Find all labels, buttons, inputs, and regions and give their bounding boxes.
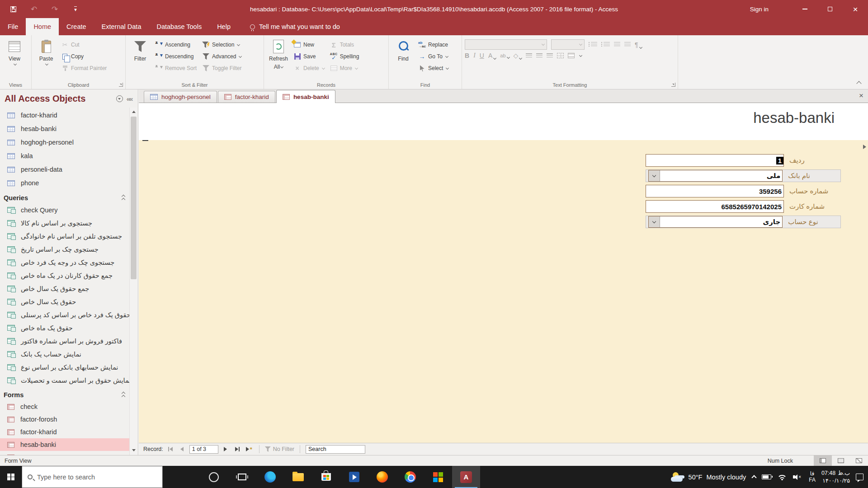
spelling-button[interactable]: ABC✓ Spelling xyxy=(328,51,362,62)
totals-button[interactable]: Σ Totals xyxy=(328,39,362,50)
tab-help[interactable]: Help xyxy=(209,18,238,35)
cortana-button[interactable] xyxy=(200,466,228,488)
tab-file[interactable]: File xyxy=(0,18,26,35)
filter-button[interactable]: Filter xyxy=(128,38,152,64)
font-color-button[interactable]: A xyxy=(488,52,496,59)
refresh-all-button[interactable]: Refresh All xyxy=(267,38,290,72)
combo-dropdown-button[interactable] xyxy=(649,216,660,227)
select-button[interactable]: Select xyxy=(416,63,451,74)
nav-query-item[interactable]: حقوق یک فرد خاص بر اساس کد پرسنلی xyxy=(0,308,129,321)
edge-button[interactable] xyxy=(256,466,284,488)
find-button[interactable]: Find xyxy=(392,38,415,64)
action-center-icon[interactable] xyxy=(856,474,863,480)
form-field-input[interactable]: ملی xyxy=(648,170,783,182)
numbering-icon[interactable] xyxy=(604,42,610,47)
go-to-button[interactable]: → Go To xyxy=(416,51,451,62)
nav-query-item[interactable]: جستجوی چک بر اساس تاریخ xyxy=(0,243,129,256)
advanced-button[interactable]: Advanced xyxy=(200,51,244,62)
taskbar-search-input[interactable]: Type here to search xyxy=(22,466,163,488)
nav-table-item[interactable]: factor-kharid xyxy=(0,108,129,122)
nav-query-item[interactable]: جمع حقوق یک سال خاص xyxy=(0,282,129,295)
gridlines-icon[interactable] xyxy=(557,53,564,58)
volume-muted-icon[interactable]: × xyxy=(793,474,803,480)
task-view-button[interactable] xyxy=(228,466,256,488)
nav-form-item[interactable]: check xyxy=(0,400,129,413)
nav-table-item[interactable]: hesab-banki xyxy=(0,122,129,136)
form-field-input[interactable]: 359256 xyxy=(646,185,784,197)
customize-qat-button[interactable]: ▾ xyxy=(71,4,80,14)
bullets-icon[interactable] xyxy=(591,42,597,47)
align-center-icon[interactable] xyxy=(536,53,542,58)
nav-query-item[interactable]: نمایش حقوق بر اساس سمت و تحصیلات xyxy=(0,374,129,387)
underline-button[interactable]: U xyxy=(480,52,484,59)
redo-button[interactable]: ↷ xyxy=(50,4,60,14)
tell-me-box[interactable]: Tell me what you want to do xyxy=(250,18,340,35)
design-view-button[interactable] xyxy=(850,455,868,466)
nav-table-item[interactable]: personeli-data xyxy=(0,163,129,176)
nav-query-item[interactable]: جستجوی چک در وجه یک فرد خاص xyxy=(0,256,129,269)
toggle-filter-button[interactable]: Toggle Filter xyxy=(200,63,244,74)
doc-tab-factor-kharid[interactable]: factor-kharid xyxy=(218,91,275,103)
nav-section-queries[interactable]: Queries xyxy=(0,190,129,203)
nav-query-item[interactable]: نمایش حسابهای بانکی بر اساس نوع xyxy=(0,361,129,374)
alternate-row-color-icon[interactable] xyxy=(568,53,575,58)
dialog-launcher-icon[interactable] xyxy=(119,83,123,87)
maximize-button[interactable] xyxy=(817,0,843,18)
nav-query-item[interactable]: جستجوی بر اساس نام کالا xyxy=(0,216,129,230)
form-view-button[interactable] xyxy=(814,455,832,466)
replace-button[interactable]: ab→ac Replace xyxy=(416,39,451,50)
minimize-button[interactable] xyxy=(792,0,817,18)
nav-query-item[interactable]: جستجوی تلفن بر اساس نام خانوادگی xyxy=(0,230,129,243)
access-button[interactable]: A xyxy=(452,466,480,488)
remove-sort-button[interactable]: AZ Remove Sort xyxy=(153,63,199,74)
bold-button[interactable]: B xyxy=(465,52,469,59)
paste-button[interactable]: Paste xyxy=(34,38,58,66)
scroll-down-icon[interactable] xyxy=(130,446,137,454)
nav-query-item[interactable]: check Query xyxy=(0,203,129,216)
record-search-input[interactable]: Search xyxy=(306,445,365,454)
battery-icon[interactable] xyxy=(762,474,771,479)
nav-table-item[interactable]: phone xyxy=(0,176,129,190)
movies-tv-button[interactable] xyxy=(340,466,368,488)
align-left-icon[interactable] xyxy=(526,53,532,58)
scrollbar-thumb[interactable] xyxy=(131,117,137,279)
close-document-icon[interactable]: × xyxy=(859,92,863,99)
sign-in-link[interactable]: Sign in xyxy=(750,6,769,13)
doc-tab-hoghogh-personel[interactable]: hoghogh-personel xyxy=(144,91,217,103)
nav-table-item[interactable]: hoghogh-personel xyxy=(0,136,129,149)
datasheet-view-button[interactable] xyxy=(832,455,850,466)
increase-indent-icon[interactable] xyxy=(624,42,631,47)
nav-query-item[interactable]: نمایش حساب یک بانک xyxy=(0,347,129,361)
nav-query-item[interactable]: حقوق یک ماه خاص xyxy=(0,321,129,334)
tab-home[interactable]: Home xyxy=(26,18,59,35)
clock[interactable]: 07:48ب.ظ ۱۴۰۰/۱۰/۲۵ xyxy=(821,469,850,484)
nav-section-forms[interactable]: Forms xyxy=(0,387,129,400)
copy-button[interactable]: Copy xyxy=(59,51,109,62)
firefox-button[interactable] xyxy=(368,466,396,488)
record-position-box[interactable]: 1 of 3 xyxy=(189,445,218,454)
tab-external-data[interactable]: External Data xyxy=(94,18,149,35)
last-record-button[interactable] xyxy=(233,445,242,454)
dialog-launcher-icon[interactable] xyxy=(671,83,675,87)
format-painter-button[interactable]: Format Painter xyxy=(59,63,109,74)
cut-button[interactable]: ✂ Cut xyxy=(59,39,109,50)
doc-tab-hesab-banki[interactable]: hesab-banki xyxy=(276,90,335,103)
save-button[interactable] xyxy=(8,4,18,14)
store-button[interactable] xyxy=(312,466,340,488)
next-record-button[interactable] xyxy=(221,445,230,454)
highlight-color-button[interactable]: ab xyxy=(500,53,509,58)
first-record-button[interactable] xyxy=(166,445,175,454)
save-record-button[interactable]: Save xyxy=(291,51,327,62)
file-explorer-button[interactable] xyxy=(284,466,312,488)
selection-button[interactable]: Selection xyxy=(200,39,244,50)
font-family-combo[interactable] xyxy=(465,39,547,50)
form-field-input[interactable]: جاری xyxy=(648,216,783,228)
nav-form-item[interactable]: hesab-banki xyxy=(0,438,129,451)
text-direction-button[interactable]: ¶ xyxy=(635,41,642,48)
weather-widget[interactable]: 50°F Mostly cloudy xyxy=(671,472,746,482)
chrome-button[interactable] xyxy=(396,466,424,488)
collapse-ribbon-icon[interactable] xyxy=(856,81,861,86)
nav-query-item[interactable]: حقوق یک سال خاص xyxy=(0,295,129,308)
font-size-combo[interactable] xyxy=(551,39,585,50)
nav-form-item-partial[interactable] xyxy=(0,451,129,455)
